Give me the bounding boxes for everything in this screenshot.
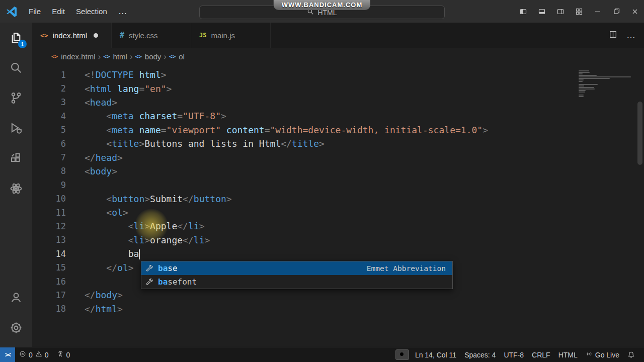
- go-live-button[interactable]: Go Live: [582, 347, 623, 362]
- code-line-3[interactable]: 3<head>: [32, 96, 644, 109]
- code-line-18[interactable]: 18</html>: [32, 302, 644, 316]
- code-line-13[interactable]: 13 <li>orange</li>: [32, 233, 644, 247]
- ports-status[interactable]: 0: [53, 347, 74, 362]
- code-line-9[interactable]: 9: [32, 178, 644, 192]
- warning-icon: [35, 350, 42, 359]
- problems-status[interactable]: 0 0: [15, 347, 53, 362]
- minimize-button[interactable]: [588, 0, 607, 23]
- line-number: 18: [32, 304, 85, 314]
- eol-status[interactable]: CRLF: [528, 347, 554, 362]
- suggest-detail: Emmet Abbreviation: [367, 264, 448, 273]
- tab-main-js[interactable]: JS main.js: [191, 23, 271, 48]
- settings-gear-icon[interactable]: [4, 317, 28, 339]
- source-control-icon[interactable]: [4, 87, 28, 109]
- tab-label: main.js: [211, 31, 235, 40]
- close-button[interactable]: [625, 0, 644, 23]
- main-area: 1: [0, 23, 644, 347]
- broadcast-icon: [586, 350, 593, 359]
- suggest-item-basefont[interactable]: basefont: [141, 275, 452, 289]
- chevron-right-icon: ›: [98, 52, 101, 61]
- cursor-position-status[interactable]: Ln 14, Col 11: [411, 347, 460, 362]
- code-line-10[interactable]: 10 <button>Submit</button>: [32, 192, 644, 206]
- text-cursor: [139, 249, 140, 259]
- maximize-button[interactable]: [607, 0, 625, 23]
- line-number: 11: [32, 208, 85, 218]
- status-right: Ln 14, Col 11 Spaces: 4 UTF-8 CRLF HTML …: [395, 347, 644, 362]
- code-text: </body>: [85, 290, 123, 300]
- minimap-line: [579, 85, 584, 86]
- bandicam-watermark: WWW.BANDICAM.COM: [274, 0, 370, 10]
- extensions-icon[interactable]: [4, 147, 28, 169]
- code-line-12[interactable]: 12 <li>Apple</li>: [32, 219, 644, 233]
- radio-tower-icon: [57, 350, 64, 359]
- explorer-icon[interactable]: 1: [4, 27, 28, 49]
- line-number: 2: [32, 83, 85, 94]
- code-line-1[interactable]: 1<!DOCTYPE html>: [32, 68, 644, 81]
- vscode-window: File Edit Selection … HTML WWW.BANDICAM.…: [0, 0, 644, 362]
- toggle-panel-icon[interactable]: [532, 0, 551, 23]
- search-sidebar-icon[interactable]: [4, 57, 28, 79]
- line-number: 10: [32, 194, 85, 204]
- modified-dot-icon[interactable]: [94, 33, 98, 38]
- line-number: 9: [32, 180, 85, 190]
- breadcrumb-file[interactable]: <> index.html: [51, 51, 96, 62]
- code-line-11[interactable]: 11 <ol>: [32, 206, 644, 219]
- vscode-logo-icon: [5, 5, 18, 18]
- line-number: 1: [32, 70, 85, 80]
- code-text: <html lang="en">: [85, 83, 172, 94]
- menu-overflow[interactable]: …: [113, 4, 133, 19]
- menu-file[interactable]: File: [23, 5, 46, 18]
- account-icon[interactable]: [4, 287, 28, 309]
- code-text: </ol>: [85, 262, 134, 273]
- suggest-item-base[interactable]: base Emmet Abbreviation: [141, 261, 452, 275]
- breadcrumb-html[interactable]: <> html: [103, 51, 128, 62]
- encoding-status[interactable]: UTF-8: [500, 347, 528, 362]
- code-line-17[interactable]: 17</body>: [32, 288, 644, 302]
- code-line-5[interactable]: 5 <meta name="viewport" content="width=d…: [32, 123, 644, 137]
- code-line-6[interactable]: 6 <title>Buttons and lists in Html</titl…: [32, 137, 644, 150]
- indentation-status[interactable]: Spaces: 4: [460, 347, 500, 362]
- chevron-right-icon: ›: [130, 52, 133, 61]
- remote-indicator[interactable]: ><: [0, 347, 15, 362]
- code-line-2[interactable]: 2<html lang="en">: [32, 81, 644, 95]
- tab-index-html[interactable]: <> index.html: [32, 23, 112, 48]
- minimap-line: [579, 72, 590, 73]
- notifications-bell-icon[interactable]: [623, 347, 639, 362]
- toggle-sidebar-icon[interactable]: [514, 0, 532, 23]
- breadcrumb-body[interactable]: <> body: [135, 51, 162, 62]
- code-text: ba: [85, 248, 140, 259]
- code-line-14[interactable]: 14 ba: [32, 247, 644, 260]
- code-line-8[interactable]: 8<body>: [32, 164, 644, 178]
- split-editor-icon[interactable]: [609, 30, 617, 40]
- minimap-line: [579, 76, 631, 77]
- react-extension-icon[interactable]: [4, 177, 28, 200]
- minimap[interactable]: [579, 70, 635, 97]
- code-line-4[interactable]: 4 <meta charset="UTF-8">: [32, 109, 644, 123]
- code-editor[interactable]: 1<!DOCTYPE html>2<html lang="en">3<head>…: [32, 65, 644, 347]
- breadcrumb-ol[interactable]: <> ol: [169, 51, 185, 62]
- line-number: 14: [32, 249, 85, 259]
- suggest-label: base: [158, 263, 178, 273]
- code-text: </html>: [85, 304, 123, 314]
- tab-label: index.html: [53, 31, 87, 40]
- line-number: 5: [32, 125, 85, 135]
- line-number: 12: [32, 221, 85, 231]
- tab-style-css[interactable]: # style.css: [112, 23, 191, 48]
- vertical-scrollbar[interactable]: [637, 102, 642, 165]
- minimap-line: [579, 73, 583, 74]
- language-mode-status[interactable]: HTML: [554, 347, 582, 362]
- menu-selection[interactable]: Selection: [70, 5, 113, 18]
- minimap-line: [579, 95, 584, 96]
- zoom-indicator[interactable]: [395, 349, 409, 360]
- activity-bar: 1: [0, 23, 32, 347]
- code-text: <li>Apple</li>: [85, 221, 204, 231]
- line-number: 17: [32, 290, 85, 300]
- more-actions-icon[interactable]: …: [626, 30, 636, 41]
- code-line-7[interactable]: 7</head>: [32, 150, 644, 164]
- customize-layout-icon[interactable]: [570, 0, 588, 23]
- line-number: 4: [32, 111, 85, 121]
- menu-edit[interactable]: Edit: [46, 5, 70, 18]
- run-debug-icon[interactable]: [4, 117, 28, 139]
- toggle-secondary-sidebar-icon[interactable]: [551, 0, 570, 23]
- html-file-icon: <>: [51, 53, 58, 60]
